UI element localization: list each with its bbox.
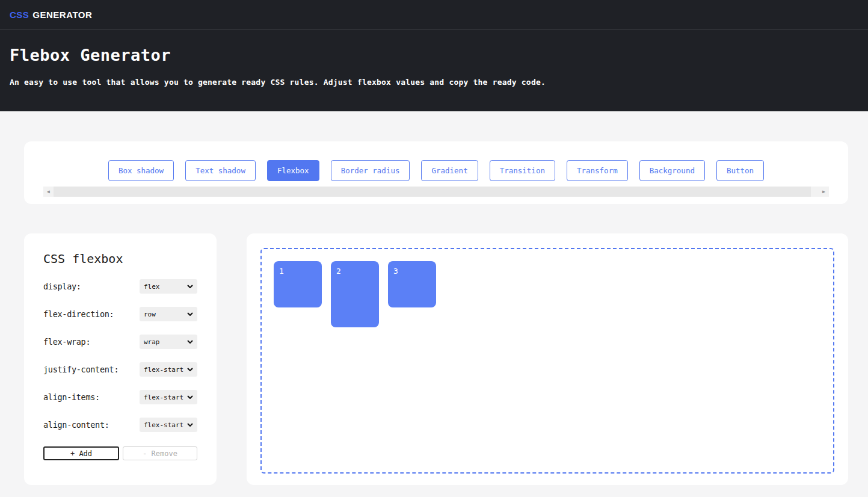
tab-transition[interactable]: Transition [490,160,555,181]
main-content: Box shadow Text shadow Flexbox Border ra… [0,111,868,485]
add-remove-row: + Add - Remove [43,446,197,460]
align-items-select[interactable]: flex-start [140,390,197,404]
scroll-right-icon[interactable]: ▶ [819,187,829,197]
flex-direction-label: flex-direction: [43,309,114,319]
justify-content-select[interactable]: flex-start [140,362,197,377]
flex-wrap-select[interactable]: wrap [140,335,197,349]
control-row-display: display: flex [43,279,197,294]
panel-title: CSS flexbox [43,252,197,266]
align-content-select[interactable]: flex-start [140,418,197,432]
align-items-label: align-items: [43,392,100,402]
control-row-flex-wrap: flex-wrap: wrap [43,335,197,349]
flexbox-settings-panel: CSS flexbox display: flex flex-direction… [24,233,217,485]
top-navbar: CSSGENERATOR [0,0,868,30]
align-content-label: align-content: [43,420,109,430]
flex-item-1: 1 [274,261,322,307]
app-logo[interactable]: CSSGENERATOR [10,10,92,20]
chevron-down-icon [187,285,193,288]
align-items-select-value: flex-start [144,394,183,401]
page-subtitle: An easy to use tool that allows you to g… [10,78,858,87]
tab-border-radius[interactable]: Border radius [331,160,410,181]
tabs-horizontal-scrollbar[interactable]: ◀ ▶ [43,187,829,197]
tab-text-shadow[interactable]: Text shadow [185,160,256,181]
flexbox-preview-container: 1 2 3 [260,248,834,474]
flex-item-3: 3 [388,261,436,307]
tab-gradient[interactable]: Gradient [421,160,478,181]
logo-css-text: CSS [10,10,29,20]
tabs-card: Box shadow Text shadow Flexbox Border ra… [24,141,848,204]
tab-button[interactable]: Button [716,160,764,181]
logo-generator-text: GENERATOR [32,10,92,20]
scroll-left-icon[interactable]: ◀ [43,187,54,197]
control-row-align-items: align-items: flex-start [43,390,197,404]
chevron-down-icon [187,368,193,371]
scrollbar-track[interactable] [54,187,819,197]
content-row: CSS flexbox display: flex flex-direction… [24,233,848,485]
tab-flexbox[interactable]: Flexbox [267,160,319,181]
justify-content-select-value: flex-start [144,366,183,374]
flex-direction-select[interactable]: row [140,307,197,321]
display-select[interactable]: flex [140,279,197,294]
control-row-flex-direction: flex-direction: row [43,307,197,321]
add-box-button[interactable]: + Add [43,446,119,460]
generator-tabs: Box shadow Text shadow Flexbox Border ra… [43,160,829,181]
flex-item-2: 2 [331,261,379,327]
align-content-select-value: flex-start [144,421,183,429]
page-title: Flebox Generator [10,46,858,64]
preview-card: 1 2 3 [247,233,848,485]
display-label: display: [43,282,81,291]
hero-header: Flebox Generator An easy to use tool tha… [0,30,868,111]
remove-box-button[interactable]: - Remove [123,446,197,460]
tab-transform[interactable]: Transform [567,160,628,181]
control-row-align-content: align-content: flex-start [43,418,197,432]
chevron-down-icon [187,395,193,399]
scrollbar-thumb[interactable] [54,187,811,197]
justify-content-label: justify-content: [43,365,119,374]
tab-background[interactable]: Background [639,160,705,181]
chevron-down-icon [187,423,193,427]
flex-wrap-label: flex-wrap: [43,337,90,347]
chevron-down-icon [187,340,193,344]
flex-wrap-select-value: wrap [144,338,160,346]
chevron-down-icon [187,312,193,316]
flex-direction-select-value: row [144,310,156,318]
tab-box-shadow[interactable]: Box shadow [108,160,174,181]
display-select-value: flex [144,283,160,291]
control-row-justify-content: justify-content: flex-start [43,362,197,377]
